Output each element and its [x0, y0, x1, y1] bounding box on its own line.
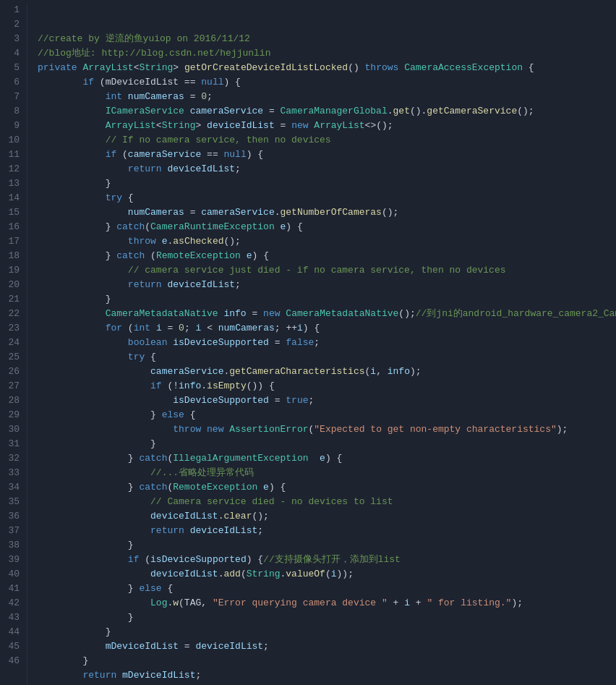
- line-num-46: 46: [0, 654, 20, 668]
- code-line-35: return deviceIdList;: [38, 524, 616, 538]
- code-line-7: ArrayList<String> deviceIdList = new Arr…: [38, 119, 616, 133]
- line-num-36: 36: [0, 509, 20, 524]
- line-num-43: 43: [0, 610, 20, 625]
- code-line-22: boolean isDeviceSupported = false;: [38, 336, 616, 350]
- code-line-36: }: [38, 538, 616, 553]
- line-num-7: 7: [0, 90, 20, 104]
- code-line-29: }: [38, 437, 616, 451]
- line-num-11: 11: [0, 148, 20, 162]
- line-num-26: 26: [0, 365, 20, 379]
- line-num-12: 12: [0, 162, 20, 176]
- line-num-6: 6: [0, 75, 20, 90]
- code-line-27: } else {: [38, 408, 616, 422]
- line-num-13: 13: [0, 176, 20, 191]
- line-num-31: 31: [0, 437, 20, 451]
- line-num-25: 25: [0, 350, 20, 365]
- line-num-2: 2: [0, 17, 20, 32]
- code-line-23: try {: [38, 350, 616, 365]
- code-line-24: cameraService.getCameraCharacteristics(i…: [38, 365, 616, 379]
- line-num-15: 15: [0, 205, 20, 220]
- code-line-8: // If no camera service, then no devices: [38, 133, 616, 148]
- line-num-14: 14: [0, 191, 20, 205]
- code-line-11: }: [38, 176, 616, 191]
- code-line-32: } catch(RemoteException e) {: [38, 480, 616, 495]
- code-line-15: throw e.asChecked();: [38, 234, 616, 249]
- code-line-30: } catch(IllegalArgumentException e) {: [38, 451, 616, 466]
- code-line-25: if (!info.isEmpty()) {: [38, 379, 616, 393]
- line-num-33: 33: [0, 466, 20, 480]
- code-line-40: Log.w(TAG, "Error querying camera device…: [38, 596, 616, 610]
- code-line-44: }: [38, 654, 616, 668]
- code-line-12: try {: [38, 191, 616, 205]
- line-num-5: 5: [0, 61, 20, 75]
- line-num-29: 29: [0, 408, 20, 422]
- code-line-6: ICameraService cameraService = CameraMan…: [38, 104, 616, 119]
- code-line-26: isDeviceSupported = true;: [38, 393, 616, 408]
- code-line-45: return mDeviceIdList;: [38, 668, 616, 683]
- line-num-4: 4: [0, 46, 20, 61]
- code-line-2: //blog地址: http://blog.csdn.net/hejjunlin: [38, 46, 616, 61]
- line-num-30: 30: [0, 422, 20, 437]
- line-num-34: 34: [0, 480, 20, 495]
- code-line-33: // Camera service died - no devices to l…: [38, 495, 616, 509]
- line-num-42: 42: [0, 596, 20, 610]
- line-num-1: 1: [0, 3, 20, 17]
- code-line-14: } catch(CameraRuntimeException e) {: [38, 220, 616, 234]
- line-num-32: 32: [0, 451, 20, 466]
- code-line-21: for (int i = 0; i < numCameras; ++i) {: [38, 321, 616, 336]
- code-line-39: } else {: [38, 582, 616, 596]
- line-num-10: 10: [0, 133, 20, 148]
- line-num-35: 35: [0, 495, 20, 509]
- line-num-45: 45: [0, 639, 20, 654]
- line-num-20: 20: [0, 278, 20, 292]
- line-num-28: 28: [0, 393, 20, 408]
- code-line-42: }: [38, 625, 616, 639]
- code-line-20: CameraMetadataNative info = new CameraMe…: [38, 307, 616, 321]
- code-line-1: //create by 逆流的鱼yuiop on 2016/11/12: [38, 32, 616, 46]
- line-num-19: 19: [0, 263, 20, 278]
- code-line-10: return deviceIdList;: [38, 162, 616, 176]
- code-line-17: // camera service just died - if no came…: [38, 263, 616, 278]
- code-line-28: throw new AssertionError("Expected to ge…: [38, 422, 616, 437]
- line-num-18: 18: [0, 249, 20, 263]
- line-num-37: 37: [0, 524, 20, 538]
- line-num-21: 21: [0, 292, 20, 307]
- code-viewer: 1234567891011121314151617181920212223242…: [0, 0, 616, 685]
- line-num-24: 24: [0, 336, 20, 350]
- code-line-41: }: [38, 610, 616, 625]
- code-line-34: deviceIdList.clear();: [38, 509, 616, 524]
- code-line-13: numCameras = cameraService.getNumberOfCa…: [38, 205, 616, 220]
- code-line-31: //...省略处理异常代码: [38, 466, 616, 480]
- line-num-8: 8: [0, 104, 20, 119]
- line-num-17: 17: [0, 234, 20, 249]
- code-line-5: int numCameras = 0;: [38, 90, 616, 104]
- line-num-3: 3: [0, 32, 20, 46]
- line-num-9: 9: [0, 119, 20, 133]
- line-num-39: 39: [0, 553, 20, 567]
- code-line-43: mDeviceIdList = deviceIdList;: [38, 639, 616, 654]
- code-line-4: if (mDeviceIdList == null) {: [38, 75, 616, 90]
- line-num-22: 22: [0, 307, 20, 321]
- line-number-gutter: 1234567891011121314151617181920212223242…: [0, 3, 27, 685]
- code-line-37: if (isDeviceSupported) {//支持摄像头打开，添加到lis…: [38, 553, 616, 567]
- line-num-38: 38: [0, 538, 20, 553]
- line-num-41: 41: [0, 582, 20, 596]
- code-line-38: deviceIdList.add(String.valueOf(i));: [38, 567, 616, 582]
- code-line-9: if (cameraService == null) {: [38, 148, 616, 162]
- line-num-16: 16: [0, 220, 20, 234]
- code-area[interactable]: //create by 逆流的鱼yuiop on 2016/11/12//blo…: [27, 3, 616, 685]
- code-line-18: return deviceIdList;: [38, 278, 616, 292]
- code-line-3: private ArrayList<String> getOrCreateDev…: [38, 61, 616, 75]
- code-line-16: } catch (RemoteException e) {: [38, 249, 616, 263]
- line-num-40: 40: [0, 567, 20, 582]
- line-num-27: 27: [0, 379, 20, 393]
- line-num-23: 23: [0, 321, 20, 336]
- code-line-19: }: [38, 292, 616, 307]
- line-num-44: 44: [0, 625, 20, 639]
